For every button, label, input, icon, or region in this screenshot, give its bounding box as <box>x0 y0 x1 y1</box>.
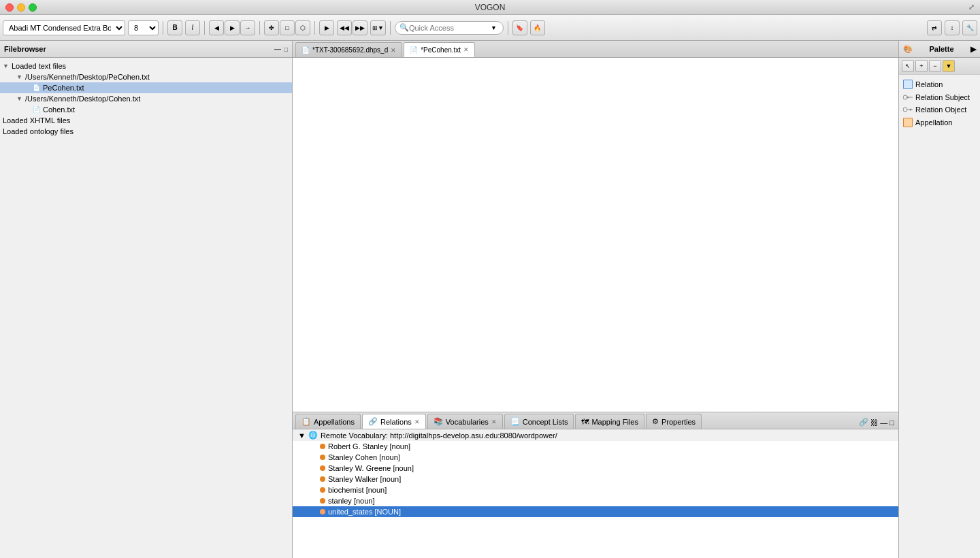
run-button[interactable]: ▶ <box>319 20 334 35</box>
tab-mapping-files[interactable]: 🗺 Mapping Files <box>575 414 644 429</box>
font-size-select[interactable]: 8 <box>128 20 159 35</box>
fire-button[interactable]: 🔥 <box>530 20 545 35</box>
palette-item-relation-object[interactable]: Relation Object <box>899 103 980 116</box>
palette-relation-object-label: Relation Object <box>915 105 966 114</box>
vocab-item-3[interactable]: Stanley Walker [noun] <box>293 474 898 485</box>
bottom-maximize-btn[interactable]: □ <box>889 419 894 427</box>
format-group: ✤ □ ⬡ <box>264 20 310 35</box>
tree-loaded-ontology[interactable]: Loaded ontology files <box>0 126 292 137</box>
relations-tab-close[interactable]: ✕ <box>414 419 420 425</box>
palette-item-relation[interactable]: Relation <box>899 78 980 91</box>
appellation-icon <box>903 118 913 127</box>
svg-point-3 <box>903 108 907 112</box>
editor-tab-1[interactable]: 📄 *PeCohen.txt ✕ <box>404 42 475 57</box>
nav-next-button[interactable]: ▶▶ <box>353 20 368 35</box>
indent-button[interactable]: → <box>240 20 255 35</box>
palette-appellation-label: Appellation <box>915 118 952 127</box>
vocab-item-4[interactable]: biochemist [noun] <box>293 485 898 495</box>
format-btn-1[interactable]: ✤ <box>264 20 279 35</box>
palette-zoom-in-btn[interactable]: + <box>915 60 928 72</box>
vocab-item-1[interactable]: Stanley Cohen [noun] <box>293 452 898 463</box>
toolbar: Abadi MT Condensed Extra Bold 8 B I ◀ ▶ … <box>0 15 980 41</box>
vocab-remote-header[interactable]: ▼ 🌐 Remote Vocabulary: http://digitalhps… <box>293 429 898 441</box>
bottom-chain-btn[interactable]: ⛓ <box>870 419 878 427</box>
minimize-button[interactable] <box>17 3 25 12</box>
filebrowser-content: ▼ Loaded text files ▼ /Users/Kenneth/Des… <box>0 58 292 558</box>
palette-zoom-out-btn[interactable]: − <box>929 60 941 72</box>
vocab-tab-label: Vocabularies <box>446 418 489 426</box>
tree-loaded-text-files[interactable]: ▼ Loaded text files <box>0 61 292 71</box>
align-right-button[interactable]: ▶ <box>225 20 240 35</box>
palette-expand-btn[interactable]: ▶ <box>970 45 976 54</box>
vocab-item-label-5: stanley [noun] <box>328 497 375 505</box>
svg-point-0 <box>903 95 907 99</box>
tree-file2[interactable]: 📄 Cohen.txt <box>0 104 292 115</box>
bottom-sync-btn[interactable]: 🔗 <box>859 418 868 427</box>
tree-path1[interactable]: ▼ /Users/Kenneth/Desktop/PeCohen.txt <box>0 71 292 82</box>
palette-content: Relation Relation Subject Relation Objec <box>899 75 980 558</box>
vocab-tab-close[interactable]: ✕ <box>491 419 497 425</box>
editor-tab-0[interactable]: 📄 *TXT-300685692.dhps_d ✕ <box>295 42 402 57</box>
vocab-item-2[interactable]: Stanley W. Greene [noun] <box>293 463 898 474</box>
palette-cursor-btn[interactable]: ↖ <box>902 60 914 72</box>
tab-relations[interactable]: 🔗 Relations ✕ <box>362 414 426 429</box>
nav-group: ◀◀ ▶▶ <box>337 20 368 35</box>
window-controls <box>5 3 37 12</box>
align-left-button[interactable]: ◀ <box>209 20 224 35</box>
tab-concept-lists[interactable]: 📃 Concept Lists <box>504 414 574 429</box>
vocab-item-label-3: Stanley Walker [noun] <box>328 475 401 483</box>
vocab-bullet-5 <box>320 498 325 504</box>
filebrowser-maximize-btn[interactable]: □ <box>284 46 288 53</box>
tab-vocabularies[interactable]: 📚 Vocabularies ✕ <box>427 414 503 429</box>
mapping-tab-label: Mapping Files <box>591 418 638 426</box>
vocab-item-label-4: biochemist [noun] <box>328 486 387 494</box>
vocab-item-5[interactable]: stanley [noun] <box>293 495 898 506</box>
filebrowser-controls: — □ <box>274 46 288 53</box>
vocab-item-label-2: Stanley W. Greene [noun] <box>328 464 414 472</box>
toolbar-right-3[interactable]: 🔧 <box>962 20 977 35</box>
palette-item-appellation[interactable]: Appellation <box>899 116 980 129</box>
quick-access-container: 🔍 ▼ <box>395 21 504 35</box>
tab-close-1[interactable]: ✕ <box>463 46 469 53</box>
italic-button[interactable]: I <box>185 20 200 35</box>
vocab-bullet-3 <box>320 476 325 482</box>
tab-appellations[interactable]: 📋 Appellations <box>295 414 361 429</box>
vocab-item-6[interactable]: united_states [NOUN] <box>293 506 898 517</box>
bottom-panel: 📋 Appellations 🔗 Relations ✕ 📚 Vocabular… <box>293 412 898 558</box>
filebrowser-title: Filebrowser <box>4 45 46 53</box>
format-btn-3[interactable]: ⬡ <box>295 20 310 35</box>
editor-area[interactable] <box>293 58 898 412</box>
mapping-tab-icon: 🗺 <box>581 418 589 426</box>
palette-item-relation-subject[interactable]: Relation Subject <box>899 91 980 103</box>
nav-prev-button[interactable]: ◀◀ <box>337 20 352 35</box>
path1-label: /Users/Kenneth/Desktop/PeCohen.txt <box>25 73 150 81</box>
quick-access-dropdown[interactable]: ▼ <box>491 24 497 31</box>
toolbar-right-1[interactable]: ⇄ <box>927 20 942 35</box>
file-icon-2: 📄 <box>33 106 40 113</box>
appellation-tab-label: Appellations <box>314 418 355 426</box>
format-btn-2[interactable]: □ <box>280 20 295 35</box>
layout-button[interactable]: ⊞▼ <box>370 20 386 35</box>
font-family-select[interactable]: Abadi MT Condensed Extra Bold <box>3 20 125 35</box>
tree-path2[interactable]: ▼ /Users/Kenneth/Desktop/Cohen.txt <box>0 93 292 104</box>
maximize-button[interactable] <box>29 3 37 12</box>
toolbar-right-2[interactable]: ↕ <box>945 20 960 35</box>
bottom-minimize-btn[interactable]: — <box>880 419 887 427</box>
text-direction-group: ◀ ▶ → <box>209 20 255 35</box>
bookmark-button[interactable]: 🔖 <box>512 20 527 35</box>
tab-close-0[interactable]: ✕ <box>391 47 396 54</box>
bold-button[interactable]: B <box>167 20 182 35</box>
bottom-tabs: 📋 Appellations 🔗 Relations ✕ 📚 Vocabular… <box>293 412 898 429</box>
close-button[interactable] <box>5 3 14 12</box>
quick-access-input[interactable] <box>409 24 491 32</box>
filebrowser-minimize-btn[interactable]: — <box>274 46 281 53</box>
properties-tab-icon: ⚙ <box>652 417 659 426</box>
expand-button[interactable]: ⤢ <box>968 3 975 12</box>
vocab-item-0[interactable]: Robert G. Stanley [noun] <box>293 441 898 452</box>
palette-color-btn[interactable]: ▼ <box>943 60 955 72</box>
vocab-tab-icon: 📚 <box>434 417 443 426</box>
collapse-icon-path2: ▼ <box>16 95 22 102</box>
tree-loaded-xhtml[interactable]: Loaded XHTML files <box>0 115 292 126</box>
tree-file1[interactable]: 📄 PeCohen.txt <box>0 82 292 93</box>
tab-properties[interactable]: ⚙ Properties <box>646 414 702 429</box>
